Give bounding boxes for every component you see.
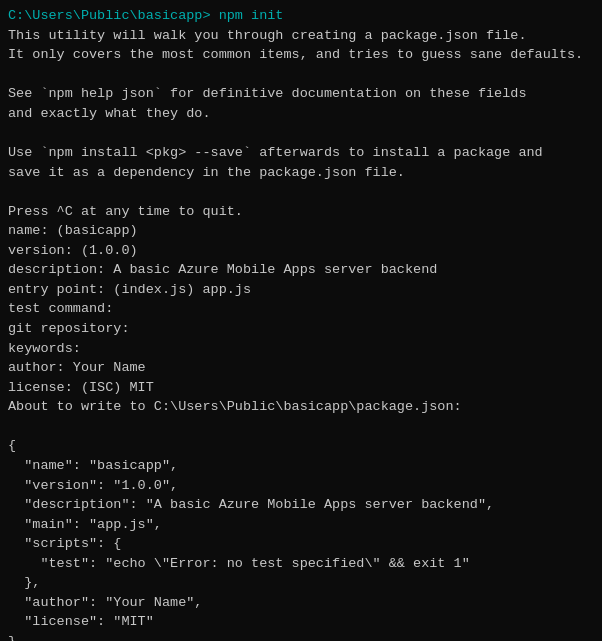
line-12: version: (1.0.0)	[8, 241, 594, 261]
line-32: }	[8, 632, 594, 641]
line-9	[8, 182, 594, 202]
line-26: "main": "app.js",	[8, 515, 594, 535]
terminal-window: C:\Users\Public\basicapp> npm init This …	[0, 0, 602, 641]
line-29: },	[8, 573, 594, 593]
line-16: git repository:	[8, 319, 594, 339]
line-5: and exactly what they do.	[8, 104, 594, 124]
line-15: test command:	[8, 299, 594, 319]
line-11: name: (basicapp)	[8, 221, 594, 241]
line-20: About to write to C:\Users\Public\basica…	[8, 397, 594, 417]
line-7: Use `npm install <pkg> --save` afterward…	[8, 143, 594, 163]
line-3	[8, 65, 594, 85]
line-28: "test": "echo \"Error: no test specified…	[8, 554, 594, 574]
line-19: license: (ISC) MIT	[8, 378, 594, 398]
line-27: "scripts": {	[8, 534, 594, 554]
line-14: entry point: (index.js) app.js	[8, 280, 594, 300]
line-1: This utility will walk you through creat…	[8, 26, 594, 46]
line-21	[8, 417, 594, 437]
prompt-line: C:\Users\Public\basicapp> npm init	[8, 6, 594, 26]
line-24: "version": "1.0.0",	[8, 476, 594, 496]
line-13: description: A basic Azure Mobile Apps s…	[8, 260, 594, 280]
line-4: See `npm help json` for definitive docum…	[8, 84, 594, 104]
line-17: keywords:	[8, 339, 594, 359]
line-25: "description": "A basic Azure Mobile App…	[8, 495, 594, 515]
line-18: author: Your Name	[8, 358, 594, 378]
line-6	[8, 123, 594, 143]
line-31: "license": "MIT"	[8, 612, 594, 632]
line-8: save it as a dependency in the package.j…	[8, 163, 594, 183]
line-2: It only covers the most common items, an…	[8, 45, 594, 65]
line-30: "author": "Your Name",	[8, 593, 594, 613]
line-23: "name": "basicapp",	[8, 456, 594, 476]
line-22: {	[8, 436, 594, 456]
line-10: Press ^C at any time to quit.	[8, 202, 594, 222]
